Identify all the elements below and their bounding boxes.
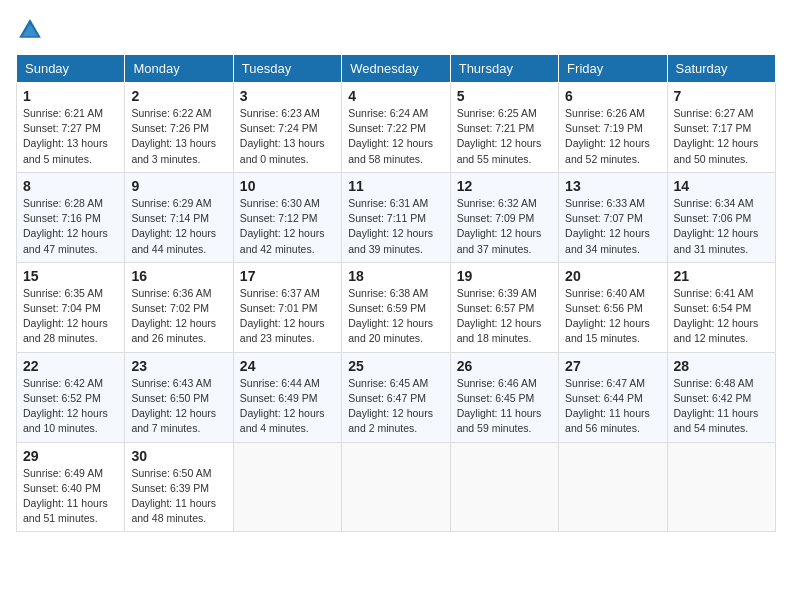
- weekday-header-row: SundayMondayTuesdayWednesdayThursdayFrid…: [17, 55, 776, 83]
- day-info: Sunrise: 6:42 AM Sunset: 6:52 PM Dayligh…: [23, 376, 118, 437]
- day-info: Sunrise: 6:46 AM Sunset: 6:45 PM Dayligh…: [457, 376, 552, 437]
- day-cell: 4 Sunrise: 6:24 AM Sunset: 7:22 PM Dayli…: [342, 83, 450, 173]
- day-number: 4: [348, 88, 443, 104]
- day-number: 26: [457, 358, 552, 374]
- day-info: Sunrise: 6:23 AM Sunset: 7:24 PM Dayligh…: [240, 106, 335, 167]
- week-row-2: 8 Sunrise: 6:28 AM Sunset: 7:16 PM Dayli…: [17, 172, 776, 262]
- day-cell: [450, 442, 558, 532]
- day-cell: 8 Sunrise: 6:28 AM Sunset: 7:16 PM Dayli…: [17, 172, 125, 262]
- day-info: Sunrise: 6:35 AM Sunset: 7:04 PM Dayligh…: [23, 286, 118, 347]
- day-cell: 16 Sunrise: 6:36 AM Sunset: 7:02 PM Dayl…: [125, 262, 233, 352]
- day-cell: [233, 442, 341, 532]
- week-row-5: 29 Sunrise: 6:49 AM Sunset: 6:40 PM Dayl…: [17, 442, 776, 532]
- day-number: 25: [348, 358, 443, 374]
- day-number: 1: [23, 88, 118, 104]
- day-number: 29: [23, 448, 118, 464]
- day-number: 12: [457, 178, 552, 194]
- day-number: 3: [240, 88, 335, 104]
- weekday-header-thursday: Thursday: [450, 55, 558, 83]
- day-info: Sunrise: 6:25 AM Sunset: 7:21 PM Dayligh…: [457, 106, 552, 167]
- day-cell: [667, 442, 775, 532]
- day-cell: 11 Sunrise: 6:31 AM Sunset: 7:11 PM Dayl…: [342, 172, 450, 262]
- day-number: 2: [131, 88, 226, 104]
- day-info: Sunrise: 6:24 AM Sunset: 7:22 PM Dayligh…: [348, 106, 443, 167]
- weekday-header-saturday: Saturday: [667, 55, 775, 83]
- day-number: 16: [131, 268, 226, 284]
- day-cell: 14 Sunrise: 6:34 AM Sunset: 7:06 PM Dayl…: [667, 172, 775, 262]
- day-number: 27: [565, 358, 660, 374]
- day-info: Sunrise: 6:47 AM Sunset: 6:44 PM Dayligh…: [565, 376, 660, 437]
- day-cell: 17 Sunrise: 6:37 AM Sunset: 7:01 PM Dayl…: [233, 262, 341, 352]
- day-number: 22: [23, 358, 118, 374]
- week-row-4: 22 Sunrise: 6:42 AM Sunset: 6:52 PM Dayl…: [17, 352, 776, 442]
- day-info: Sunrise: 6:22 AM Sunset: 7:26 PM Dayligh…: [131, 106, 226, 167]
- day-number: 24: [240, 358, 335, 374]
- day-number: 9: [131, 178, 226, 194]
- weekday-header-monday: Monday: [125, 55, 233, 83]
- day-info: Sunrise: 6:31 AM Sunset: 7:11 PM Dayligh…: [348, 196, 443, 257]
- day-info: Sunrise: 6:32 AM Sunset: 7:09 PM Dayligh…: [457, 196, 552, 257]
- day-info: Sunrise: 6:28 AM Sunset: 7:16 PM Dayligh…: [23, 196, 118, 257]
- day-cell: 5 Sunrise: 6:25 AM Sunset: 7:21 PM Dayli…: [450, 83, 558, 173]
- day-number: 19: [457, 268, 552, 284]
- day-cell: 22 Sunrise: 6:42 AM Sunset: 6:52 PM Dayl…: [17, 352, 125, 442]
- day-number: 28: [674, 358, 769, 374]
- day-info: Sunrise: 6:39 AM Sunset: 6:57 PM Dayligh…: [457, 286, 552, 347]
- day-number: 23: [131, 358, 226, 374]
- day-info: Sunrise: 6:37 AM Sunset: 7:01 PM Dayligh…: [240, 286, 335, 347]
- day-info: Sunrise: 6:41 AM Sunset: 6:54 PM Dayligh…: [674, 286, 769, 347]
- weekday-header-wednesday: Wednesday: [342, 55, 450, 83]
- weekday-header-friday: Friday: [559, 55, 667, 83]
- day-info: Sunrise: 6:38 AM Sunset: 6:59 PM Dayligh…: [348, 286, 443, 347]
- day-number: 10: [240, 178, 335, 194]
- day-number: 30: [131, 448, 226, 464]
- day-info: Sunrise: 6:26 AM Sunset: 7:19 PM Dayligh…: [565, 106, 660, 167]
- day-info: Sunrise: 6:21 AM Sunset: 7:27 PM Dayligh…: [23, 106, 118, 167]
- day-info: Sunrise: 6:30 AM Sunset: 7:12 PM Dayligh…: [240, 196, 335, 257]
- day-cell: 18 Sunrise: 6:38 AM Sunset: 6:59 PM Dayl…: [342, 262, 450, 352]
- day-cell: 10 Sunrise: 6:30 AM Sunset: 7:12 PM Dayl…: [233, 172, 341, 262]
- day-cell: 9 Sunrise: 6:29 AM Sunset: 7:14 PM Dayli…: [125, 172, 233, 262]
- week-row-1: 1 Sunrise: 6:21 AM Sunset: 7:27 PM Dayli…: [17, 83, 776, 173]
- day-info: Sunrise: 6:34 AM Sunset: 7:06 PM Dayligh…: [674, 196, 769, 257]
- day-info: Sunrise: 6:27 AM Sunset: 7:17 PM Dayligh…: [674, 106, 769, 167]
- day-cell: 26 Sunrise: 6:46 AM Sunset: 6:45 PM Dayl…: [450, 352, 558, 442]
- day-info: Sunrise: 6:48 AM Sunset: 6:42 PM Dayligh…: [674, 376, 769, 437]
- day-cell: 7 Sunrise: 6:27 AM Sunset: 7:17 PM Dayli…: [667, 83, 775, 173]
- day-cell: 20 Sunrise: 6:40 AM Sunset: 6:56 PM Dayl…: [559, 262, 667, 352]
- day-number: 13: [565, 178, 660, 194]
- day-number: 18: [348, 268, 443, 284]
- day-cell: [342, 442, 450, 532]
- day-cell: 6 Sunrise: 6:26 AM Sunset: 7:19 PM Dayli…: [559, 83, 667, 173]
- day-cell: 27 Sunrise: 6:47 AM Sunset: 6:44 PM Dayl…: [559, 352, 667, 442]
- day-info: Sunrise: 6:50 AM Sunset: 6:39 PM Dayligh…: [131, 466, 226, 527]
- logo: [16, 16, 48, 44]
- day-cell: 21 Sunrise: 6:41 AM Sunset: 6:54 PM Dayl…: [667, 262, 775, 352]
- day-number: 6: [565, 88, 660, 104]
- day-number: 8: [23, 178, 118, 194]
- weekday-header-sunday: Sunday: [17, 55, 125, 83]
- day-cell: 1 Sunrise: 6:21 AM Sunset: 7:27 PM Dayli…: [17, 83, 125, 173]
- logo-icon: [16, 16, 44, 44]
- day-cell: 13 Sunrise: 6:33 AM Sunset: 7:07 PM Dayl…: [559, 172, 667, 262]
- day-cell: 19 Sunrise: 6:39 AM Sunset: 6:57 PM Dayl…: [450, 262, 558, 352]
- day-number: 5: [457, 88, 552, 104]
- day-cell: 29 Sunrise: 6:49 AM Sunset: 6:40 PM Dayl…: [17, 442, 125, 532]
- day-cell: 3 Sunrise: 6:23 AM Sunset: 7:24 PM Dayli…: [233, 83, 341, 173]
- day-info: Sunrise: 6:43 AM Sunset: 6:50 PM Dayligh…: [131, 376, 226, 437]
- day-info: Sunrise: 6:33 AM Sunset: 7:07 PM Dayligh…: [565, 196, 660, 257]
- day-cell: 15 Sunrise: 6:35 AM Sunset: 7:04 PM Dayl…: [17, 262, 125, 352]
- day-cell: 24 Sunrise: 6:44 AM Sunset: 6:49 PM Dayl…: [233, 352, 341, 442]
- day-cell: 28 Sunrise: 6:48 AM Sunset: 6:42 PM Dayl…: [667, 352, 775, 442]
- day-number: 21: [674, 268, 769, 284]
- day-number: 20: [565, 268, 660, 284]
- day-info: Sunrise: 6:29 AM Sunset: 7:14 PM Dayligh…: [131, 196, 226, 257]
- day-cell: 12 Sunrise: 6:32 AM Sunset: 7:09 PM Dayl…: [450, 172, 558, 262]
- day-info: Sunrise: 6:36 AM Sunset: 7:02 PM Dayligh…: [131, 286, 226, 347]
- week-row-3: 15 Sunrise: 6:35 AM Sunset: 7:04 PM Dayl…: [17, 262, 776, 352]
- day-info: Sunrise: 6:45 AM Sunset: 6:47 PM Dayligh…: [348, 376, 443, 437]
- day-info: Sunrise: 6:40 AM Sunset: 6:56 PM Dayligh…: [565, 286, 660, 347]
- weekday-header-tuesday: Tuesday: [233, 55, 341, 83]
- day-cell: 2 Sunrise: 6:22 AM Sunset: 7:26 PM Dayli…: [125, 83, 233, 173]
- day-number: 17: [240, 268, 335, 284]
